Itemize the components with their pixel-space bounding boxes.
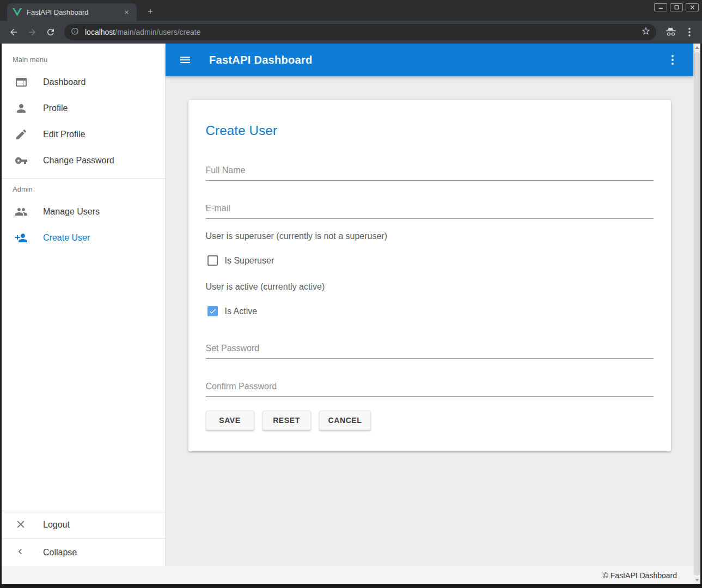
active-checkbox-row[interactable]: Is Active	[206, 306, 654, 316]
full-name-field	[206, 166, 654, 181]
browser-window: FastAPI Dashboard	[0, 0, 702, 588]
url-host: localhost	[85, 28, 115, 36]
incognito-icon	[662, 24, 680, 40]
sidebar-section-main-menu: Main menu	[2, 49, 165, 69]
kebab-icon	[672, 55, 674, 65]
reload-button[interactable]	[42, 24, 59, 40]
confirm-password-field	[206, 382, 654, 397]
set-password-input[interactable]	[206, 344, 654, 359]
superuser-hint: User is superuser (currently is not a su…	[206, 231, 654, 241]
maximize-button[interactable]	[670, 3, 683, 11]
active-hint: User is active (currently active)	[206, 282, 654, 292]
close-window-button[interactable]	[686, 3, 699, 11]
full-name-input[interactable]	[206, 166, 654, 181]
app-bar: FastAPI Dashboard	[166, 44, 693, 76]
sidebar-item-manage-users[interactable]: Manage Users	[2, 199, 165, 225]
page-title: Create User	[206, 123, 654, 138]
vue-logo-icon	[13, 8, 22, 16]
save-button[interactable]: SAVE	[206, 411, 254, 430]
reload-icon	[46, 27, 56, 37]
people-icon	[15, 205, 28, 218]
sidebar-item-label: Create User	[43, 233, 90, 243]
sidebar-item-label: Change Password	[43, 156, 114, 166]
appbar-menu-button[interactable]	[663, 50, 682, 70]
cancel-button[interactable]: CANCEL	[319, 411, 371, 430]
scroll-up-icon[interactable]	[693, 44, 700, 52]
url-text: localhost/main/admin/users/create	[85, 28, 641, 36]
page-scrollbar[interactable]	[693, 44, 700, 584]
hamburger-icon	[179, 53, 192, 66]
sidebar-bottom: Logout Collapse	[2, 511, 165, 566]
key-icon	[15, 154, 28, 167]
close-icon	[690, 5, 695, 10]
form-buttons: SAVE RESET CANCEL	[206, 411, 654, 430]
main-body: Create User User is superuser (currently…	[166, 76, 693, 566]
email-field	[206, 204, 654, 219]
hamburger-menu-button[interactable]	[172, 47, 198, 73]
superuser-checkbox[interactable]	[207, 255, 218, 266]
sidebar-item-edit-profile[interactable]: Edit Profile	[2, 121, 165, 148]
sidebar-item-create-user[interactable]: Create User	[2, 225, 165, 251]
sidebar-item-label: Profile	[43, 103, 68, 113]
tab-title: FastAPI Dashboard	[27, 8, 121, 16]
pencil-icon	[15, 128, 28, 141]
page-area: Main menu Dashboard Profile	[2, 44, 700, 584]
set-password-field	[206, 344, 654, 359]
sidebar-section-admin: Admin	[2, 179, 165, 199]
sidebar-item-profile[interactable]: Profile	[2, 95, 165, 121]
browser-tab[interactable]: FastAPI Dashboard	[7, 3, 137, 21]
email-input[interactable]	[206, 204, 654, 219]
plus-icon	[146, 8, 154, 15]
person-add-icon	[15, 231, 28, 244]
url-bar[interactable]: localhost/main/admin/users/create	[64, 24, 656, 40]
dashboard-icon	[15, 76, 28, 89]
person-icon	[15, 102, 28, 115]
forward-arrow-icon	[27, 27, 37, 37]
back-arrow-icon	[9, 27, 19, 37]
sidebar-item-collapse[interactable]: Collapse	[2, 539, 165, 566]
scroll-down-icon[interactable]	[693, 576, 700, 584]
sidebar-item-change-password[interactable]: Change Password	[2, 148, 165, 174]
reset-button[interactable]: RESET	[263, 411, 311, 430]
sidebar-item-label: Manage Users	[43, 207, 100, 217]
browser-menu-button[interactable]	[682, 24, 697, 40]
chevron-left-icon	[15, 546, 28, 559]
browser-toolbar: localhost/main/admin/users/create	[0, 21, 702, 44]
footer-copyright: © FastAPI Dashboard	[603, 571, 677, 580]
sidebar-item-label: Edit Profile	[43, 130, 85, 139]
maximize-icon	[674, 5, 679, 10]
tab-strip: FastAPI Dashboard	[0, 0, 702, 21]
kebab-icon	[688, 28, 691, 36]
confirm-password-input[interactable]	[206, 382, 654, 397]
tab-close-icon[interactable]	[121, 7, 131, 17]
minimize-icon	[658, 5, 663, 10]
forward-button[interactable]	[24, 24, 40, 40]
active-checkbox[interactable]	[207, 306, 218, 316]
check-icon	[209, 307, 217, 315]
back-button[interactable]	[5, 24, 22, 40]
create-user-card: Create User User is superuser (currently…	[188, 100, 671, 451]
page-info-icon[interactable]	[71, 27, 79, 38]
active-checkbox-label: Is Active	[225, 307, 258, 316]
scrollbar-thumb[interactable]	[694, 52, 700, 575]
page-footer: © FastAPI Dashboard	[2, 566, 693, 584]
sidebar-item-label: Dashboard	[43, 77, 86, 87]
close-icon	[15, 518, 28, 531]
window-controls	[654, 3, 699, 11]
minimize-button[interactable]	[654, 3, 667, 11]
sidebar-item-logout[interactable]: Logout	[2, 511, 165, 538]
superuser-checkbox-row[interactable]: Is Superuser	[206, 255, 654, 266]
sidebar-item-label: Collapse	[43, 548, 77, 558]
main-content: FastAPI Dashboard Create User	[166, 44, 693, 566]
url-path: /main/admin/users/create	[115, 28, 200, 36]
bookmark-star-icon[interactable]	[641, 26, 651, 38]
superuser-checkbox-label: Is Superuser	[225, 256, 274, 266]
new-tab-button[interactable]	[143, 4, 158, 19]
sidebar: Main menu Dashboard Profile	[2, 44, 166, 566]
sidebar-item-dashboard[interactable]: Dashboard	[2, 69, 165, 95]
appbar-title: FastAPI Dashboard	[209, 54, 313, 66]
sidebar-item-label: Logout	[43, 520, 70, 530]
